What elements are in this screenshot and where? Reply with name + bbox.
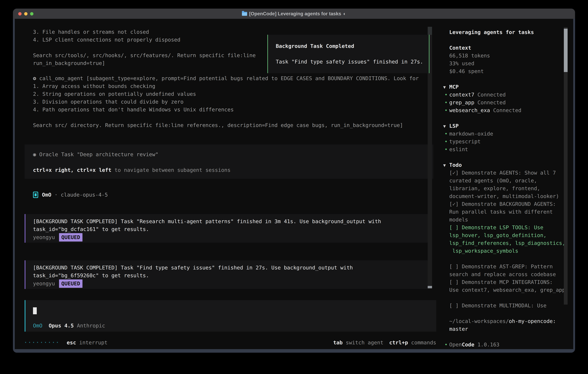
- chevron-down-icon[interactable]: ▼: [443, 161, 449, 169]
- task-card: [BACKGROUND TASK COMPLETED] Task "Find t…: [25, 260, 430, 289]
- lsp-item: •eslint: [440, 145, 567, 153]
- queued-badge: QUEUED: [59, 233, 83, 241]
- sidebar-scrollbar-thumb[interactable]: [564, 29, 567, 72]
- input-model-name: Opus 4.5: [42, 323, 77, 329]
- workspace-path: ~/local-workspaces/oh-my-opencode:: [440, 317, 567, 325]
- mcp-section-header[interactable]: ▼MCP: [440, 83, 567, 91]
- chat-scrollbar-thumb[interactable]: [428, 286, 432, 288]
- context-stats: 66,518 tokens 33% used $0.46 spent: [440, 52, 567, 75]
- terminal-screen: 3. File handles or streams not closed 4.…: [15, 19, 573, 349]
- tab-key-hint: tab: [333, 340, 343, 345]
- prompt-input[interactable]: OmO Opus 4.5 Anthropic: [25, 300, 436, 332]
- sidebar: Leveraging agents for tasks Context 66,5…: [440, 28, 567, 349]
- esc-key-hint: esc: [67, 340, 76, 345]
- app-version: •OpenCode 1.0.163: [440, 341, 567, 349]
- sidebar-scrollbar[interactable]: [564, 27, 567, 305]
- agent-header-row: OmO · claude-opus-4-5: [33, 191, 108, 199]
- todo-pending-items: [ ] Demonstrate AST-GREP: Pattern search…: [440, 263, 567, 294]
- task-card: [BACKGROUND TASK COMPLETED] Task "Resear…: [25, 214, 430, 243]
- bullet-icon: •: [444, 91, 448, 99]
- folder-icon: [242, 12, 247, 16]
- mcp-item: •websearch_exa Connected: [440, 106, 567, 114]
- toast-title: Background Task Completed: [276, 42, 429, 50]
- toast-body: Task "Find type safety issues" finished …: [276, 58, 429, 66]
- task-message-line1: [BACKGROUND TASK COMPLETED] Task "Find t…: [33, 264, 430, 272]
- todo-active-item: [ ] Demonstrate LSP TOOLS: Use lsp_hover…: [440, 224, 567, 255]
- mcp-item: •grep_app Connected: [440, 99, 567, 106]
- status-bar: ••••••••• esc interrupt tab switch agent…: [25, 339, 436, 346]
- window-title: [OpenCode] Leveraging agents for tasks: [249, 11, 341, 17]
- chat-scrollbar-top-segment[interactable]: [428, 27, 432, 35]
- close-button[interactable]: [18, 12, 21, 15]
- tool-call-detail: 1. Array access without bounds checking …: [33, 82, 403, 129]
- task-user: yeongyu: [33, 234, 55, 240]
- bullet-icon: •: [444, 99, 448, 106]
- agent-icon: [33, 192, 38, 198]
- todo-done-items: [✓] Demonstrate AGENTS: Show all 7 curat…: [440, 169, 567, 224]
- input-agent-name: OmO: [33, 323, 42, 329]
- titlebar[interactable]: [OpenCode] Leveraging agents for tasks ◐: [13, 9, 575, 19]
- task-message-line2: task_id="bg_6f59260c" to get results.: [33, 272, 430, 280]
- activity-dots: •••••••••: [25, 339, 60, 346]
- subagent-nav-hint: ctrl+x right, ctrl+x left to navigate be…: [33, 166, 433, 174]
- agent-model: · claude-opus-4-5: [51, 191, 108, 199]
- model-selector-row[interactable]: OmO Opus 4.5 Anthropic: [33, 322, 105, 330]
- ctrlp-key-hint: ctrl+p: [389, 340, 408, 345]
- task-message-line1: [BACKGROUND TASK COMPLETED] Task "Resear…: [33, 218, 430, 225]
- lsp-item: •typescript: [440, 138, 567, 145]
- agent-name: OmO: [42, 191, 51, 199]
- bullet-icon: •: [444, 341, 448, 349]
- git-branch: master: [440, 325, 567, 333]
- context-section-label: Context: [440, 44, 567, 52]
- task-user: yeongyu: [33, 280, 55, 287]
- terminal-window: [OpenCode] Leveraging agents for tasks ◐…: [13, 9, 575, 353]
- todo-pending-items: [ ] Demonstrate MULTIMODAL: Use: [440, 302, 567, 310]
- todo-section-header[interactable]: ▼Todo: [440, 161, 567, 169]
- minimize-button[interactable]: [24, 12, 28, 15]
- oracle-task-label: ◉ Oracle Task "Deep architecture review": [33, 151, 433, 158]
- chevron-down-icon[interactable]: ▼: [443, 122, 449, 130]
- traffic-lights: [18, 9, 33, 19]
- bullet-icon: •: [444, 106, 448, 114]
- chevron-down-icon[interactable]: ▼: [443, 83, 449, 91]
- text-cursor: [33, 307, 37, 314]
- lsp-item: •markdown-oxide: [440, 130, 567, 138]
- bullet-icon: •: [444, 130, 448, 138]
- tool-call-line: ⚙ call_omo_agent [subagent_type=explore,…: [33, 74, 419, 82]
- task-message-line2: task_id="bg_dcfac161" to get results.: [33, 225, 430, 233]
- chat-text-block: 3. File handles or streams not closed 4.…: [33, 28, 256, 67]
- gear-icon: ⚙: [33, 75, 36, 81]
- mcp-item: •context7 Connected: [440, 91, 567, 99]
- zoom-button[interactable]: [30, 12, 33, 15]
- background-task-toast: Background Task Completed Task "Find typ…: [267, 35, 430, 73]
- record-icon: ◉: [33, 151, 36, 157]
- bullet-icon: •: [444, 145, 448, 153]
- queued-badge: QUEUED: [59, 280, 83, 288]
- session-title: Leveraging agents for tasks: [440, 28, 567, 36]
- lsp-section-header[interactable]: ▼LSP: [440, 122, 567, 130]
- spinner-icon: ◐: [343, 11, 346, 17]
- oracle-task-card: ◉ Oracle Task "Deep architecture review"…: [25, 145, 433, 179]
- input-provider-name: Anthropic: [77, 323, 105, 329]
- bullet-icon: •: [444, 138, 448, 145]
